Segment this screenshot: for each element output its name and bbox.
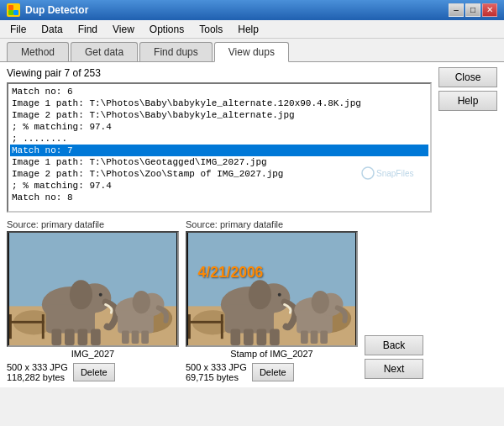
image2-caption: Stamp of IMG_2027: [186, 349, 358, 359]
image1-delete-button[interactable]: Delete: [73, 363, 115, 381]
svg-rect-49: [188, 321, 223, 323]
svg-point-34: [249, 280, 271, 309]
svg-rect-24: [9, 314, 12, 339]
title-bar: Dup Detector – □ ✕: [0, 0, 504, 20]
list-item[interactable]: Match no: 8: [10, 192, 428, 203]
svg-rect-15: [91, 329, 101, 345]
svg-point-43: [312, 291, 329, 313]
menu-tools[interactable]: Tools: [192, 22, 229, 37]
help-button[interactable]: Help: [438, 91, 497, 111]
window-close-button[interactable]: ✕: [482, 3, 497, 17]
svg-rect-38: [270, 329, 280, 345]
svg-rect-37: [257, 329, 267, 345]
app-title: Dup Detector: [25, 4, 444, 16]
svg-rect-1: [13, 5, 18, 10]
svg-rect-21: [122, 331, 129, 344]
image2-source-label: Source: primary datafile: [186, 219, 358, 229]
svg-text:4/21/2006: 4/21/2006: [198, 264, 264, 281]
svg-point-11: [70, 280, 92, 309]
image1-caption: IMG_2027: [7, 349, 179, 359]
svg-rect-12: [51, 329, 61, 345]
next-button[interactable]: Next: [365, 359, 423, 379]
svg-rect-14: [78, 329, 88, 345]
image1-info: 500 x 333 JPG 118,282 bytes: [7, 362, 68, 382]
close-button[interactable]: Close: [438, 67, 497, 87]
tab-get-data[interactable]: Get data: [71, 42, 138, 61]
minimize-button[interactable]: –: [449, 3, 464, 17]
image1-actions: 500 x 333 JPG 118,282 bytes Delete: [7, 362, 179, 382]
nav-panel: Back Next: [365, 219, 423, 382]
svg-rect-3: [13, 10, 18, 15]
image2-actions: 500 x 333 JPG 69,715 bytes Delete: [186, 362, 358, 382]
svg-rect-45: [311, 331, 318, 344]
image2-delete-button[interactable]: Delete: [252, 363, 294, 381]
menu-find[interactable]: Find: [71, 22, 104, 37]
back-button[interactable]: Back: [365, 335, 423, 355]
svg-rect-47: [188, 314, 191, 339]
image1-size: 500 x 333 JPG: [7, 362, 68, 372]
svg-rect-2: [8, 10, 13, 15]
list-item[interactable]: Image 2 path: T:\Photos\Zoo\Stamp of IMG…: [10, 168, 428, 180]
list-item-selected[interactable]: Match no: 7: [10, 145, 428, 156]
svg-rect-22: [132, 331, 139, 344]
svg-rect-25: [42, 314, 45, 339]
menu-file[interactable]: File: [3, 22, 33, 37]
image2-size: 500 x 333 JPG: [186, 362, 247, 372]
svg-rect-13: [65, 329, 75, 345]
left-panel: Viewing pair 7 of 253 Match no: 6 Image …: [7, 67, 432, 213]
svg-rect-48: [221, 314, 223, 339]
list-item[interactable]: ; % matching: 97.4: [10, 180, 428, 192]
tab-view-dups[interactable]: View dups: [214, 42, 289, 62]
svg-rect-36: [244, 329, 254, 345]
window-controls: – □ ✕: [449, 3, 497, 17]
image2-container: 4/21/2006: [186, 231, 358, 347]
app-icon: [7, 3, 20, 17]
svg-rect-46: [320, 331, 328, 344]
menu-options[interactable]: Options: [143, 22, 191, 37]
list-item[interactable]: ; ........: [10, 133, 428, 145]
image2-info: 500 x 333 JPG 69,715 bytes: [186, 362, 247, 382]
list-item[interactable]: Image 1 path: T:\Photos\Geotagged\IMG_20…: [10, 156, 428, 168]
right-panel: Close Help: [438, 67, 497, 213]
matches-listbox[interactable]: Match no: 6 Image 1 path: T:\Photos\Baby…: [7, 82, 432, 213]
menu-bar: File Data Find View Options Tools Help: [0, 20, 504, 39]
svg-rect-23: [141, 331, 149, 344]
svg-rect-0: [8, 5, 13, 10]
svg-point-20: [133, 291, 150, 313]
viewing-label: Viewing pair 7 of 253: [7, 67, 432, 79]
tab-bar: Method Get data Find dups View dups: [0, 39, 504, 61]
tab-method[interactable]: Method: [7, 42, 69, 61]
svg-point-39: [278, 293, 281, 297]
image2-panel: Source: primary datafile: [186, 219, 358, 382]
image2-bytes: 69,715 bytes: [186, 372, 247, 382]
image1-panel: Source: primary datafile: [7, 219, 179, 382]
maximize-button[interactable]: □: [465, 3, 480, 17]
list-item[interactable]: Image 2 path: T:\Photos\Baby\babykyle_al…: [10, 109, 428, 121]
svg-rect-35: [230, 329, 240, 345]
svg-point-16: [99, 293, 102, 297]
svg-rect-44: [301, 331, 308, 344]
image1-source-label: Source: primary datafile: [7, 219, 179, 229]
tab-find-dups[interactable]: Find dups: [139, 42, 213, 61]
menu-data[interactable]: Data: [34, 22, 69, 37]
list-item[interactable]: Match no: 6: [10, 86, 428, 97]
image1-container: [7, 231, 179, 347]
menu-view[interactable]: View: [106, 22, 141, 37]
image1-bytes: 118,282 bytes: [7, 372, 68, 382]
list-item[interactable]: Image 1 path: T:\Photos\Baby\babykyle_al…: [10, 97, 428, 109]
menu-help[interactable]: Help: [231, 22, 265, 37]
list-item[interactable]: ; % matching: 97.4: [10, 121, 428, 133]
svg-rect-26: [9, 321, 45, 323]
